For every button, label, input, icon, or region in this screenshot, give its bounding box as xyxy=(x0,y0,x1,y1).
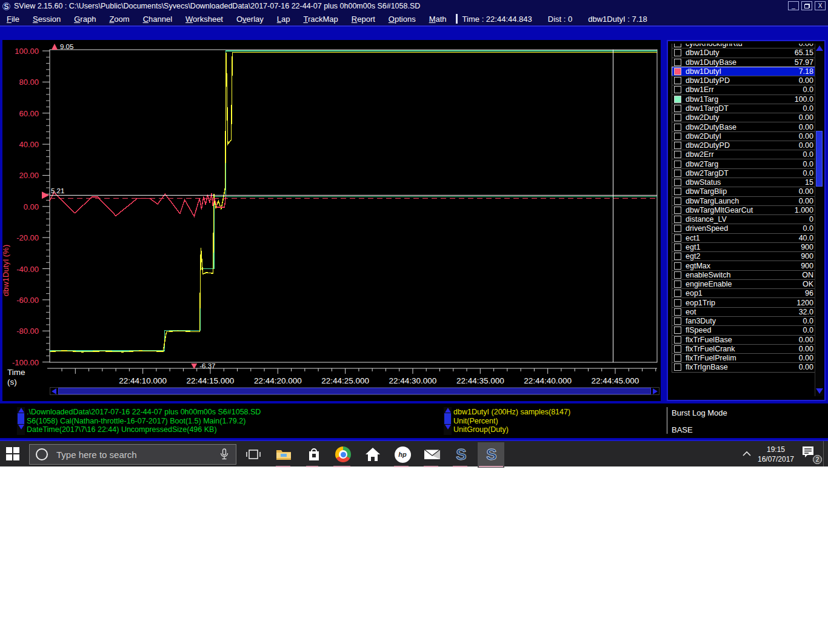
menu-overlay[interactable]: Overlay xyxy=(230,15,270,24)
channel-row-flxTrFuelPrelim[interactable]: flxTrFuelPrelim0.00 xyxy=(672,353,817,363)
channel-row-dbw2TargDT[interactable]: dbw2TargDT0.0 xyxy=(672,168,817,178)
search-box[interactable]: Type here to search xyxy=(29,444,236,465)
channel-swatch[interactable] xyxy=(674,86,681,93)
channel-swatch[interactable] xyxy=(674,244,681,251)
channel-swatch[interactable] xyxy=(674,170,681,177)
footer-left-scrollbar[interactable] xyxy=(17,407,25,435)
channel-row-drivenSpeed[interactable]: drivenSpeed0.0 xyxy=(672,224,817,233)
channel-row-dbw2DutyBase[interactable]: dbw2DutyBase0.00 xyxy=(672,122,817,131)
channel-swatch[interactable] xyxy=(674,198,681,205)
channel-swatch[interactable] xyxy=(674,124,681,131)
menu-worksheet[interactable]: Worksheet xyxy=(179,15,230,24)
channel-row-dbw1Duty[interactable]: dbw1Duty65.15 xyxy=(672,48,817,58)
channel-swatch[interactable] xyxy=(674,114,681,121)
menu-zoom[interactable]: Zoom xyxy=(102,15,136,24)
channel-swatch[interactable] xyxy=(674,317,681,325)
tray-chevron-button[interactable] xyxy=(742,448,752,459)
channel-row-egtMax[interactable]: egtMax900 xyxy=(672,261,817,270)
channel-swatch[interactable] xyxy=(674,354,681,362)
channel-row-eop1[interactable]: eop196 xyxy=(672,288,817,298)
mini-scroll-thumb[interactable] xyxy=(444,413,451,424)
scroll-up-icon[interactable] xyxy=(18,408,24,413)
channel-row-dbw2Duty[interactable]: dbw2Duty0.00 xyxy=(672,113,817,122)
mini-scroll-thumb[interactable] xyxy=(18,413,24,424)
scroll-down-icon[interactable] xyxy=(18,425,24,430)
channel-swatch[interactable] xyxy=(674,363,681,371)
channel-row-flxTrIgnBase[interactable]: flxTrIgnBase0.00 xyxy=(672,362,817,372)
menu-file[interactable]: File xyxy=(0,15,26,24)
tray-clock[interactable]: 19:15 16/07/2017 xyxy=(754,445,798,464)
channel-swatch[interactable] xyxy=(674,96,681,103)
start-button[interactable] xyxy=(6,447,22,462)
channel-row-dbw1TargDT[interactable]: dbw1TargDT0.0 xyxy=(672,104,817,113)
channel-row-dbw1DutyPD[interactable]: dbw1DutyPD0.00 xyxy=(672,76,817,85)
channel-row-fan3Duty[interactable]: fan3Duty0.0 xyxy=(672,316,817,326)
microphone-icon[interactable] xyxy=(220,448,229,460)
sview-app-button[interactable]: S xyxy=(452,445,470,463)
chrome-button[interactable] xyxy=(334,445,352,463)
menu-options[interactable]: Options xyxy=(382,15,422,24)
action-center-button[interactable]: 2 xyxy=(801,446,820,463)
channel-swatch[interactable] xyxy=(674,105,681,112)
channel-row-dbw2Err[interactable]: dbw2Err0.0 xyxy=(672,150,817,159)
channel-row-dbwTargBlip[interactable]: dbwTargBlip0.00 xyxy=(672,187,817,196)
channel-swatch[interactable] xyxy=(674,77,681,84)
channel-row-engineEnable[interactable]: engineEnableOK xyxy=(672,279,817,289)
channel-row-cyl6KnockIgnRtd[interactable]: cyl6KnockIgnRtd0.00 xyxy=(672,44,817,48)
channel-swatch[interactable] xyxy=(674,290,681,297)
channel-v-scrollbar[interactable] xyxy=(815,44,823,396)
channel-row-flxTrFuelBase[interactable]: flxTrFuelBase0.00 xyxy=(672,335,817,345)
channel-row-dbw2Targ[interactable]: dbw2Targ0.0 xyxy=(672,159,817,168)
scroll-down-icon[interactable] xyxy=(816,388,823,394)
channel-swatch[interactable] xyxy=(674,49,681,56)
channel-row-egt1[interactable]: egt1900 xyxy=(672,242,817,252)
footer-mid-scrollbar[interactable] xyxy=(444,407,452,435)
channel-swatch[interactable] xyxy=(674,225,681,232)
channel-swatch[interactable] xyxy=(674,207,681,214)
channel-swatch[interactable] xyxy=(674,234,681,242)
channel-swatch[interactable] xyxy=(674,262,681,270)
hp-app-button[interactable]: hp xyxy=(393,445,412,463)
channel-row-ect1[interactable]: ect140.0 xyxy=(672,233,817,243)
show-desktop-button[interactable] xyxy=(823,441,827,466)
menu-trackmap[interactable]: TrackMap xyxy=(297,15,345,24)
h-scroll-thumb[interactable] xyxy=(58,388,651,394)
channel-swatch[interactable] xyxy=(674,68,681,75)
v-scroll-thumb[interactable] xyxy=(816,131,823,187)
sview-app-button-active[interactable]: S xyxy=(482,445,501,463)
channel-swatch[interactable] xyxy=(674,308,681,316)
scroll-right-icon[interactable] xyxy=(652,388,659,394)
scroll-down-icon[interactable] xyxy=(445,425,451,430)
channel-swatch[interactable] xyxy=(674,179,681,186)
channel-row-dbw1Err[interactable]: dbw1Err0.0 xyxy=(672,85,817,95)
channel-row-enableSwitch[interactable]: enableSwitchON xyxy=(672,270,817,280)
channel-row-dbwTargMltGearCut[interactable]: dbwTargMltGearCut1.000 xyxy=(672,205,817,215)
channel-row-eot[interactable]: eot32.0 xyxy=(672,307,817,317)
task-view-button[interactable] xyxy=(244,445,262,463)
channel-swatch[interactable] xyxy=(674,161,681,168)
channel-row-eop1Trip[interactable]: eop1Trip1200 xyxy=(672,297,817,307)
menu-report[interactable]: Report xyxy=(345,15,382,24)
channel-swatch[interactable] xyxy=(674,216,681,223)
mail-button[interactable] xyxy=(423,445,441,463)
channel-row-egt2[interactable]: egt2900 xyxy=(672,251,817,261)
channel-row-flSpeed[interactable]: flSpeed0.0 xyxy=(672,325,817,335)
scroll-left-icon[interactable] xyxy=(50,388,58,394)
chart-h-scrollbar[interactable] xyxy=(50,387,659,395)
close-button[interactable]: X xyxy=(815,1,826,10)
channel-row-dbwTargLaunch[interactable]: dbwTargLaunch0.00 xyxy=(672,196,817,206)
channel-swatch[interactable] xyxy=(674,44,681,47)
scroll-up-icon[interactable] xyxy=(445,408,451,413)
menu-math[interactable]: Math xyxy=(422,15,453,24)
channel-swatch[interactable] xyxy=(674,345,681,353)
chart-panel[interactable]: 22:44:10.00022:44:15.00022:44:20.00022:4… xyxy=(2,40,661,401)
channel-row-dbw1Targ[interactable]: dbw1Targ100.0 xyxy=(672,95,817,104)
channel-swatch[interactable] xyxy=(674,336,681,344)
channel-swatch[interactable] xyxy=(674,142,681,149)
channel-row-dbw2DutyPD[interactable]: dbw2DutyPD0.00 xyxy=(672,141,817,150)
channel-swatch[interactable] xyxy=(674,271,681,279)
channel-row-distance_LV[interactable]: distance_LV0 xyxy=(672,214,817,224)
channel-row-flxTrFuelCrank[interactable]: flxTrFuelCrank0.00 xyxy=(672,344,817,354)
scroll-up-icon[interactable] xyxy=(816,45,823,51)
menu-graph[interactable]: Graph xyxy=(67,15,102,24)
